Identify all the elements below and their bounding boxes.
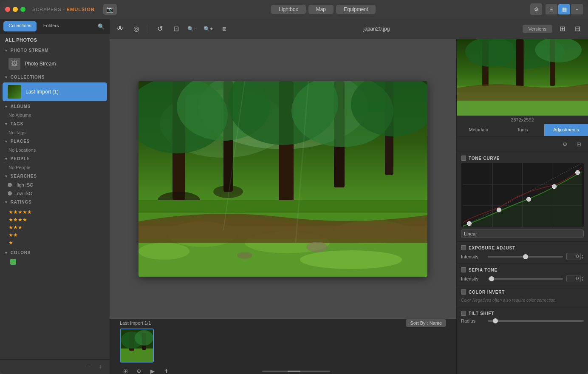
close-button[interactable]	[5, 7, 10, 12]
sepia-checkbox[interactable]	[461, 267, 466, 272]
zoom-fit-icon-button[interactable]: ⊠	[218, 23, 231, 35]
svg-point-17	[139, 243, 189, 260]
sidebar-section-collections: ▼ COLLECTIONS Last Import (1)	[0, 73, 110, 102]
rating-2-stars[interactable]: ★★	[6, 231, 104, 239]
sepia-header[interactable]: SEPIA TONE	[461, 267, 584, 272]
sepia-value-input[interactable]	[566, 275, 581, 282]
tone-curve-checkbox[interactable]	[461, 156, 466, 161]
sidebar-tab-collections[interactable]: Collections	[3, 21, 37, 31]
add-button[interactable]: +	[96, 362, 105, 371]
sort-control[interactable]: Sort By : Name	[406, 319, 446, 327]
people-header[interactable]: ▼ PEOPLE	[0, 154, 110, 163]
searches-label: SEARCHES	[11, 174, 37, 178]
scroll-indicator[interactable]	[262, 371, 330, 372]
rating-5-stars[interactable]: ★★★★★	[6, 208, 104, 216]
crop-icon-button[interactable]: ⊡	[170, 23, 182, 35]
tab-equipment[interactable]: Equipment	[336, 5, 376, 14]
preview-svg	[457, 39, 588, 116]
tab-lightbox[interactable]: Lightbox	[271, 5, 305, 14]
tags-header[interactable]: ▼ TAGS	[0, 119, 110, 128]
sidebar-tab-folders[interactable]: Folders	[38, 21, 64, 31]
panel-gear-icon[interactable]: ⚙	[560, 139, 570, 149]
view-btn-grid[interactable]: ▦	[558, 4, 570, 14]
sidebar-section-photo-stream: ▼ PHOTO STREAM 🖼 Photo Stream	[0, 46, 110, 73]
all-photos-item[interactable]: ALL PHOTOS	[0, 34, 110, 46]
tab-tools[interactable]: Tools	[500, 124, 544, 136]
tilt-shift-radius-row: Radius	[461, 318, 584, 323]
grid-view-icon-button[interactable]: ⊞	[120, 367, 131, 374]
photo-stream-item[interactable]: 🖼 Photo Stream	[3, 56, 107, 72]
view-btn-detail[interactable]: ▪	[571, 4, 583, 14]
photo-viewer[interactable]	[110, 39, 456, 319]
settings-gear-icon[interactable]: ⚙	[530, 3, 542, 15]
exposure-down-arrow[interactable]: ▼	[581, 257, 584, 259]
tilt-shift-slider[interactable]	[488, 320, 584, 322]
main-layout: Collections Folders 🔍 ALL PHOTOS ▼ PHOTO…	[0, 19, 588, 374]
sepia-down-arrow[interactable]: ▼	[581, 279, 584, 281]
maximize-button[interactable]	[20, 7, 25, 12]
versions-button[interactable]: Versions	[523, 25, 552, 33]
target-icon-button[interactable]: ◎	[130, 23, 143, 35]
grid-icon-button[interactable]: ⊟	[571, 23, 584, 35]
tone-curve-svg	[461, 163, 584, 227]
rating-4-stars[interactable]: ★★★★	[6, 216, 104, 224]
color-swatch-green[interactable]	[10, 259, 16, 265]
tilt-shift-checkbox[interactable]	[461, 311, 466, 316]
tilt-shift-section: TILT SHIFT Radius	[457, 307, 588, 327]
sort-by-name-button[interactable]: Sort By : Name	[406, 319, 446, 327]
svg-point-33	[135, 330, 153, 346]
play-icon-button[interactable]: ▶	[147, 367, 158, 374]
tab-metadata[interactable]: Metadata	[457, 124, 500, 136]
places-header[interactable]: ▼ PLACES	[0, 137, 110, 146]
settings-icon-button[interactable]: ⚙	[133, 367, 144, 374]
search-high-iso[interactable]: High ISO	[0, 181, 110, 189]
remove-button[interactable]: −	[83, 362, 93, 371]
search-dot-icon	[8, 183, 12, 187]
sidebar-search-icon[interactable]: 🔍	[96, 21, 106, 31]
zoom-in-icon-button[interactable]: 🔍+	[202, 23, 215, 35]
eye-icon-button[interactable]: 👁	[114, 23, 127, 35]
tab-map[interactable]: Map	[308, 5, 334, 14]
sidebar-section-places: ▼ PLACES No Locations	[0, 137, 110, 154]
searches-header[interactable]: ▼ SEARCHES	[0, 172, 110, 181]
ratings-header[interactable]: ▼ RATINGS	[0, 198, 110, 207]
photo-stream-item-label: Photo Stream	[25, 61, 56, 67]
color-invert-checkbox[interactable]	[461, 289, 466, 295]
color-invert-header[interactable]: COLOR INVERT	[461, 289, 584, 295]
panel-grid-icon[interactable]: ⊞	[574, 139, 584, 149]
rating-3-stars[interactable]: ★★★	[6, 224, 104, 231]
exposure-header[interactable]: EXPOSURE ADJUST	[461, 245, 584, 250]
albums-header[interactable]: ▼ ALBUMS	[0, 102, 110, 111]
film-strip: Last Import 1/1 Sort By : Name	[110, 319, 456, 374]
photo-canvas	[139, 81, 427, 277]
rotate-icon-button[interactable]: ↺	[153, 23, 166, 35]
minimize-button[interactable]	[13, 7, 18, 12]
exposure-value-input[interactable]	[566, 253, 581, 260]
sepia-slider-thumb[interactable]	[489, 276, 494, 281]
tab-adjustments[interactable]: Adjustments	[544, 124, 588, 136]
colors-header[interactable]: ▼ COLORS	[0, 248, 110, 257]
export-icon-button[interactable]: ⬆	[161, 367, 172, 374]
curve-preset-select[interactable]: Linear	[461, 230, 584, 238]
collection-last-import[interactable]: Last Import (1)	[3, 82, 107, 101]
exposure-section: EXPOSURE ADJUST Intensity	[457, 241, 588, 264]
adjust-icon-button[interactable]: ⊞	[556, 23, 568, 35]
film-thumb-1[interactable]	[120, 329, 154, 363]
scroll-thumb[interactable]	[288, 371, 300, 372]
preview-thumbnail	[457, 39, 588, 116]
exposure-checkbox[interactable]	[461, 245, 466, 250]
zoom-out-icon-button[interactable]: 🔍−	[186, 23, 198, 35]
tilt-shift-slider-thumb[interactable]	[493, 318, 498, 323]
photo-stream-header[interactable]: ▼ PHOTO STREAM	[0, 46, 110, 55]
collections-header[interactable]: ▼ COLLECTIONS	[0, 73, 110, 82]
view-btn-list[interactable]: ⊟	[546, 4, 557, 14]
search-low-iso[interactable]: Low ISO	[0, 189, 110, 198]
sepia-value-group: ▲ ▼	[566, 275, 584, 282]
rating-1-star[interactable]: ★	[6, 239, 104, 246]
tilt-shift-header[interactable]: TILT SHIFT	[461, 311, 584, 316]
camera-icon-button[interactable]: 📷	[103, 4, 117, 15]
sepia-slider[interactable]	[488, 278, 563, 280]
exposure-slider[interactable]	[488, 256, 563, 258]
exposure-slider-thumb[interactable]	[523, 254, 528, 259]
tone-curve-header[interactable]: TONE CURVE	[461, 156, 584, 161]
